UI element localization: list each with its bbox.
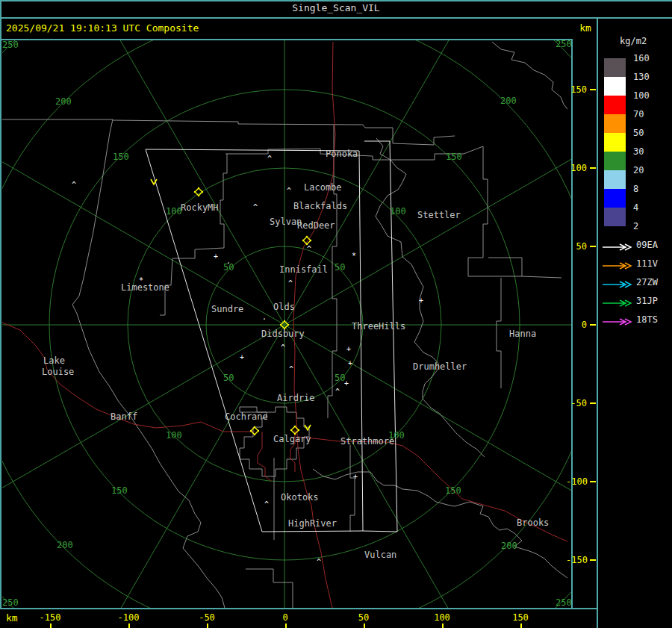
site-arrow-icon xyxy=(602,240,633,249)
city-label: Calgary xyxy=(273,434,311,444)
ring-distance-label: 100 xyxy=(166,206,182,217)
city-label: RockyMH xyxy=(181,202,219,213)
city-label: Vulcan xyxy=(364,550,396,560)
color-scale-value: 8 xyxy=(633,184,638,194)
ring-distance-label: 150 xyxy=(113,152,129,162)
color-scale-value: 50 xyxy=(633,128,644,138)
color-scale-value: 70 xyxy=(633,109,644,119)
city-label: Lacombe xyxy=(304,182,342,193)
color-scale-value: 160 xyxy=(633,53,650,63)
color-scale-swatch xyxy=(604,152,626,170)
color-scale-value: 2 xyxy=(633,221,638,231)
city-label: RedDeer xyxy=(297,220,335,231)
bottom-axis-tick-label: -150 xyxy=(32,612,68,623)
city-label: Stettler xyxy=(417,210,461,220)
ring-distance-label: 150 xyxy=(445,485,461,496)
range-rings xyxy=(2,40,571,608)
radar-site-diamond-icon xyxy=(194,187,203,196)
ring-distance-label: 250 xyxy=(556,40,571,49)
bottom-axis-tick-label: 50 xyxy=(346,612,382,623)
color-scale-value: 130 xyxy=(633,72,650,82)
town-marker: ^ xyxy=(267,155,272,163)
city-label: ThreeHills xyxy=(352,321,405,332)
range-ring xyxy=(2,40,571,608)
site-arrow-icon xyxy=(602,259,633,268)
town-marker: + xyxy=(348,359,352,367)
ring-distance-label: 150 xyxy=(111,485,128,496)
city-label: Didsbury xyxy=(261,329,305,339)
city-label: Strathmore xyxy=(340,436,394,447)
site-arrow-icon xyxy=(602,296,633,305)
color-scale-swatch xyxy=(604,170,626,189)
right-axis-tick xyxy=(590,324,596,326)
titlebar-border xyxy=(0,17,672,19)
town-marker: + xyxy=(344,379,349,388)
town-marker: ^ xyxy=(281,343,285,352)
site-id-label: 09EA xyxy=(636,240,658,250)
ring-distance-label: 100 xyxy=(390,206,406,217)
city-label: Blackfalds xyxy=(293,201,347,211)
color-scale-value: 30 xyxy=(633,146,644,157)
ring-distance-label: 200 xyxy=(55,96,72,107)
town-marker: ^ xyxy=(288,279,293,287)
town-marker: ^ xyxy=(72,181,76,189)
city-label: Airdrie xyxy=(277,393,315,403)
city-label: Cochrane xyxy=(225,411,268,422)
map-bottom-border xyxy=(0,608,598,609)
bottom-axis-tick xyxy=(50,624,52,628)
bottom-axis-tick xyxy=(128,624,130,628)
color-scale-swatch xyxy=(604,189,626,208)
right-axis-tick xyxy=(590,559,596,561)
color-scale-swatch xyxy=(604,58,626,77)
town-marker: * xyxy=(139,276,143,285)
city-label: Limestone xyxy=(121,282,169,293)
city-label: Louise xyxy=(42,367,74,377)
legend-border xyxy=(597,19,598,628)
legend-unit-label: kg/m2 xyxy=(620,36,647,46)
right-axis-tick xyxy=(590,167,596,169)
ring-distance-label: 50 xyxy=(335,262,345,273)
bottom-axis-tick xyxy=(207,624,208,628)
radar-viewer-window: Single_Scan_VIL 2025/09/21 19:10:13 UTC … xyxy=(0,0,672,628)
ring-distance-label: 100 xyxy=(166,430,182,441)
site-id-label: 27ZW xyxy=(636,277,658,287)
town-marker: ^ xyxy=(289,365,293,373)
ring-distance-label: 200 xyxy=(57,540,73,550)
town-marker: + xyxy=(353,473,358,481)
city-label: Ponoka xyxy=(326,149,358,159)
bottom-axis-unit-label: km xyxy=(6,612,18,624)
city-label: Innisfail xyxy=(279,264,328,275)
town-marker: ^ xyxy=(307,245,311,253)
city-label: Olds xyxy=(273,302,295,312)
city-label: Brooks xyxy=(517,517,549,528)
bottom-axis-tick xyxy=(442,624,444,628)
town-marker: ^ xyxy=(335,388,340,396)
city-label: Banff xyxy=(111,411,137,422)
ring-distance-label: 250 xyxy=(2,40,19,50)
color-scale-swatch xyxy=(604,77,626,96)
right-axis-tick xyxy=(590,246,596,247)
right-axis-tick xyxy=(590,402,596,404)
window-title: Single_Scan_VIL xyxy=(292,2,379,13)
scan-timestamp: 2025/09/21 19:10:13 UTC Composite xyxy=(6,22,199,34)
color-scale-swatch xyxy=(604,96,626,114)
bottom-axis-tick xyxy=(285,624,287,628)
town-marker: * xyxy=(352,252,356,260)
site-arrow-icon xyxy=(602,278,633,287)
radar-map-canvas[interactable]: 5050505010010010010015015015015020020020… xyxy=(2,40,571,608)
right-axis-tick xyxy=(590,89,596,90)
color-scale-value: 20 xyxy=(633,165,644,175)
site-id-label: 18TS xyxy=(636,314,658,325)
ring-distance-label: 250 xyxy=(2,597,19,608)
left-border xyxy=(0,0,1,609)
color-scale-value: 100 xyxy=(633,90,650,101)
bottom-axis-tick xyxy=(364,624,365,628)
color-scale-value: 4 xyxy=(633,202,638,213)
city-label: Drumheller xyxy=(413,361,467,372)
town-marker: ^ xyxy=(317,558,321,566)
site-id-label: 31JP xyxy=(636,296,658,306)
town-marker: ^ xyxy=(287,187,291,195)
bottom-axis-tick-label: -50 xyxy=(189,612,225,623)
town-marker: + xyxy=(240,353,244,361)
ring-distance-label: 250 xyxy=(556,597,571,608)
